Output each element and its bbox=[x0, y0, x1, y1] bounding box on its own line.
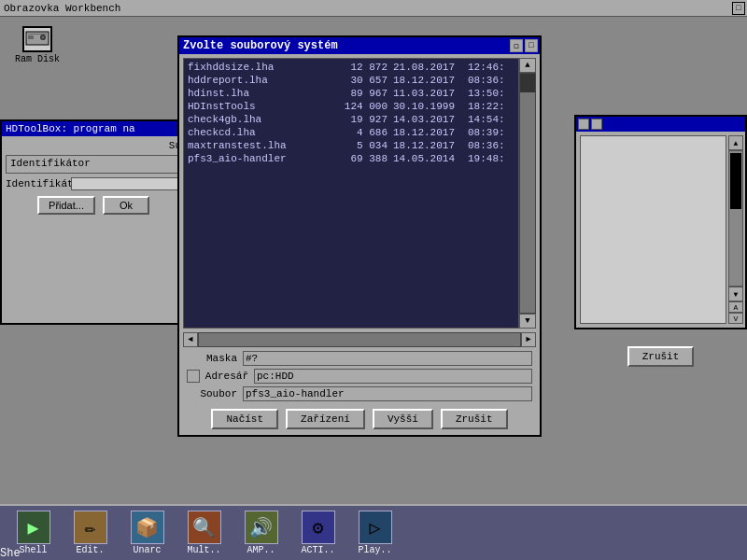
ramdisk-icon[interactable]: Ram Disk bbox=[9, 26, 65, 64]
file-list-row[interactable]: maxtranstest.lha5 03418.12.201708:36: bbox=[188, 139, 514, 152]
fl-scroll-track bbox=[519, 73, 536, 314]
workbench-titlebar: Obrazovka Workbench □ bbox=[0, 0, 747, 17]
taskbar-label-shell: Shell bbox=[19, 545, 47, 555]
svg-point-4 bbox=[42, 36, 45, 39]
taskbar-icon-acti: ⚙ bbox=[302, 511, 335, 544]
file-dialog: Zvolte souborový systém ◻ □ fixhddsize.l… bbox=[177, 35, 542, 437]
fd-zrusit-btn[interactable]: Zrušit bbox=[441, 409, 508, 429]
scrollbar-down-btn[interactable]: ▼ bbox=[728, 287, 743, 301]
fd-hscroll-left-btn[interactable]: ◄ bbox=[183, 332, 198, 347]
file-dialog-title: Zvolte souborový systém bbox=[183, 39, 338, 52]
workbench-close-btn[interactable]: □ bbox=[732, 2, 745, 15]
hdtoolbox-window: HDToolBox: program na Su Identifikátor I… bbox=[0, 119, 187, 325]
fd-adresar-input[interactable] bbox=[254, 369, 532, 384]
fd-adresar-checkbox[interactable] bbox=[187, 370, 200, 383]
ramdisk-label: Ram Disk bbox=[15, 54, 60, 64]
hdtoolbox-section-title: Identifikátor bbox=[10, 158, 176, 169]
taskbar-label-acti: ACTI.. bbox=[301, 545, 334, 555]
taskbar-item-unarc[interactable]: 📦Unarc bbox=[121, 511, 173, 555]
taskbar-item-acti[interactable]: ⚙ACTI.. bbox=[292, 511, 344, 555]
taskbar-label-edit: Edit. bbox=[76, 545, 104, 555]
fd-soubor-label: Soubor bbox=[187, 388, 243, 399]
file-list-row[interactable]: check4gb.lha19 92714.03.201714:54: bbox=[188, 113, 514, 126]
taskbar-item-play[interactable]: ▷Play.. bbox=[349, 511, 401, 555]
fd-maska-input[interactable] bbox=[243, 351, 532, 366]
scrollbar-extra-a[interactable]: A bbox=[728, 301, 743, 313]
taskbar-label-ampl: AMP.. bbox=[247, 545, 275, 555]
file-dialog-close-btn[interactable]: □ bbox=[525, 39, 538, 52]
workbench-title: Obrazovka Workbench bbox=[4, 3, 120, 14]
file-list-scrollbar: ▲ ▼ bbox=[519, 58, 536, 329]
hdtoolbox-section: Identifikátor bbox=[6, 155, 181, 174]
taskbar-label-play: Play.. bbox=[358, 545, 391, 555]
file-list-row[interactable]: checkcd.lha4 68618.12.201708:39: bbox=[188, 126, 514, 139]
right-panel-zrusit-btn[interactable]: Zrušit bbox=[627, 346, 695, 367]
scrollbar-thumb bbox=[730, 153, 741, 209]
scrollbar-up-btn[interactable]: ▲ bbox=[728, 135, 743, 150]
taskbar-icon-mult: 🔍 bbox=[188, 511, 221, 544]
fd-vyssi-btn[interactable]: Vyšší bbox=[373, 409, 433, 429]
right-panel-info-bar bbox=[580, 329, 741, 344]
scrollbar-track bbox=[728, 150, 743, 287]
fd-adresar-label: Adresář bbox=[204, 371, 254, 382]
hdtoolbox-titlebar: HDToolBox: program na bbox=[2, 121, 185, 136]
desktop: Ram Disk HDToolBox: program na Su Identi… bbox=[0, 17, 747, 504]
right-panel-body: ▲ ▼ A V bbox=[576, 132, 745, 328]
right-panel: ▲ ▼ A V Zrušit bbox=[574, 115, 747, 329]
file-list[interactable]: fixhddsize.lha12 87221.08.201712:46:hddr… bbox=[183, 58, 519, 329]
fd-hscroll-right-btn[interactable]: ► bbox=[521, 332, 536, 347]
right-panel-close[interactable] bbox=[578, 119, 589, 130]
taskbar-label-unarc: Unarc bbox=[133, 545, 161, 555]
hdtoolbox-identifier-field: Identifikátor bbox=[6, 177, 181, 190]
scrollbar-extra-v[interactable]: V bbox=[728, 313, 743, 324]
fd-nacist-btn[interactable]: Načíst bbox=[211, 409, 278, 429]
file-dialog-resize-btn[interactable]: ◻ bbox=[510, 39, 523, 52]
file-dialog-titlebar: Zvolte souborový systém ◻ □ bbox=[179, 37, 540, 54]
file-list-row[interactable]: fixhddsize.lha12 87221.08.201712:46: bbox=[188, 61, 514, 74]
hdtoolbox-ok-btn[interactable]: Ok bbox=[103, 196, 149, 215]
right-panel-zrusit-container: Zrušit bbox=[576, 346, 745, 367]
fl-scroll-up-btn[interactable]: ▲ bbox=[519, 58, 536, 73]
fl-scroll-thumb bbox=[520, 74, 535, 92]
fd-hscroll-track bbox=[198, 332, 521, 347]
right-panel-list bbox=[580, 135, 726, 324]
taskbar-icon-ampl: 🔊 bbox=[245, 511, 278, 544]
fd-hscroll: ◄ ► bbox=[183, 332, 536, 347]
fl-scroll-down-btn[interactable]: ▼ bbox=[519, 314, 536, 329]
she-text: She bbox=[0, 547, 21, 560]
fd-soubor-input[interactable] bbox=[243, 386, 532, 401]
right-panel-titlebar bbox=[576, 117, 745, 132]
hdtoolbox-subtitle: Su bbox=[6, 140, 181, 151]
taskbar-icon-unarc: 📦 bbox=[131, 511, 164, 544]
taskbar-label-mult: Mult.. bbox=[187, 545, 220, 555]
fd-adresar-row: Adresář bbox=[187, 369, 532, 384]
hdtoolbox-buttons: Přidat... Ok bbox=[6, 196, 181, 215]
fd-soubor-row: Soubor bbox=[187, 386, 532, 401]
taskbar-item-ampl[interactable]: 🔊AMP.. bbox=[235, 511, 287, 555]
hdtoolbox-pridat-btn[interactable]: Přidat... bbox=[37, 196, 95, 215]
file-list-container: fixhddsize.lha12 87221.08.201712:46:hddr… bbox=[183, 58, 536, 329]
svg-rect-1 bbox=[28, 35, 34, 39]
fd-zarizeni-btn[interactable]: Zařízení bbox=[286, 409, 365, 429]
file-list-row[interactable]: hdinst.lha89 96711.03.201713:50: bbox=[188, 87, 514, 100]
taskbar: ▶Shell✏Edit.📦Unarc🔍Mult..🔊AMP..⚙ACTI..▷P… bbox=[0, 504, 747, 560]
file-list-row[interactable]: HDInstTools124 00030.10.199918:22: bbox=[188, 100, 514, 113]
hdtoolbox-identifier-input[interactable] bbox=[71, 177, 191, 190]
file-list-row[interactable]: hddreport.lha30 65718.12.201708:36: bbox=[188, 74, 514, 87]
svg-rect-2 bbox=[28, 34, 47, 35]
taskbar-item-mult[interactable]: 🔍Mult.. bbox=[178, 511, 230, 555]
taskbar-item-edit[interactable]: ✏Edit. bbox=[64, 511, 116, 555]
taskbar-icon-edit: ✏ bbox=[74, 511, 107, 544]
right-panel-resize[interactable] bbox=[591, 119, 602, 130]
taskbar-icon-play: ▷ bbox=[359, 511, 392, 544]
taskbar-icon-shell: ▶ bbox=[17, 511, 50, 544]
fd-action-buttons: Načíst Zařízení Vyšší Zrušit bbox=[183, 409, 536, 429]
fd-fields: Maska Adresář Soubor bbox=[187, 351, 532, 401]
right-panel-scrollbar: ▲ ▼ A V bbox=[728, 135, 743, 324]
fd-maska-row: Maska bbox=[187, 351, 532, 366]
file-list-row[interactable]: pfs3_aio-handler69 38814.05.201419:48: bbox=[188, 152, 514, 165]
ramdisk-icon-image bbox=[22, 26, 52, 52]
fd-maska-label: Maska bbox=[187, 353, 243, 364]
